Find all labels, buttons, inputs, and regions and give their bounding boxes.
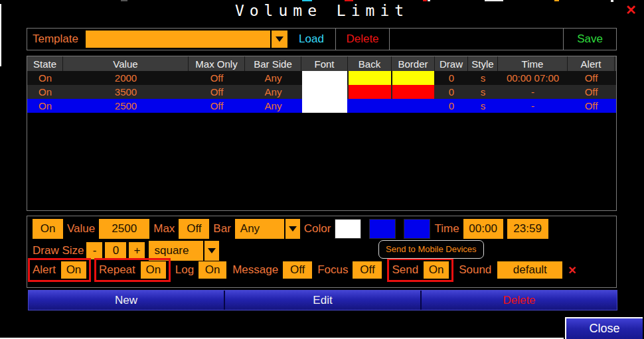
background-artifact [302,0,312,1]
template-bar: Template Load Delete Save [27,28,617,50]
cell-style: s [468,99,498,113]
editor-row-alerts: Alert On Repeat On Log On Message Off Fo… [27,257,577,283]
background-artifact [423,0,427,1]
load-button[interactable]: Load [287,29,335,50]
table-header-row: State Value Max Only Bar Side Font Back … [27,56,616,71]
repeat-toggle[interactable]: On [141,261,166,279]
value-label: Value [67,222,95,236]
highlight-box-send: Send On [387,258,453,282]
cell-bar-side: Any [245,71,301,85]
close-icon[interactable]: ✕ [625,2,637,18]
save-button[interactable]: Save [563,29,616,50]
chevron-down-icon [289,226,297,232]
close-button[interactable]: Close [565,317,643,339]
focus-toggle[interactable]: Off [353,261,382,279]
cell-alert: Off [568,99,615,113]
dropdown-button[interactable] [284,219,300,239]
cell-border-color [392,71,435,85]
max-toggle[interactable]: Off [179,219,209,239]
background-artifact [485,0,503,1]
cell-time: 00:00 07:00 [498,71,568,85]
message-toggle[interactable]: Off [283,261,312,279]
chevron-down-icon [276,36,283,42]
cell-state: On [27,99,63,113]
col-header: Alert [568,56,615,71]
log-toggle[interactable]: On [199,261,226,279]
cell-font-color [301,85,348,99]
background-artifact [428,0,430,1]
cell-back-color [348,71,392,85]
editor-row-main: On Value 2500 Max Off Bar Any Color Time… [33,219,548,239]
alert-label: Alert [33,263,56,277]
cell-max-only: Off [189,85,245,99]
col-header: Style [468,56,498,71]
time-end-field[interactable]: 23:59 [507,219,548,239]
editor-panel: On Value 2500 Max Off Bar Any Color Time… [27,216,617,288]
send-toggle[interactable]: On [424,261,449,279]
template-name-field[interactable] [389,29,563,50]
col-header: Bar Side [245,56,301,71]
cell-bar-side: Any [245,85,301,99]
table-row[interactable]: On 2000 Off Any 0 s 00:00 07:00 Off [27,71,616,85]
action-bar: New Edit Delete [28,290,617,310]
cell-bar-side: Any [245,99,301,113]
cell-font-color [301,99,348,113]
cell-max-only: Off [189,99,245,113]
col-header: Back [348,56,392,71]
state-toggle[interactable]: On [33,219,63,239]
cell-value: 3500 [63,85,189,99]
cell-state: On [27,85,63,99]
template-dropdown[interactable] [86,31,287,48]
repeat-label: Repeat [99,263,135,277]
border-color-swatch[interactable] [404,219,430,239]
limits-table: State Value Max Only Bar Side Font Back … [27,56,617,211]
alert-toggle[interactable]: On [61,261,86,279]
cell-value: 2000 [63,71,189,85]
col-header: Draw [435,56,468,71]
col-header: Font [301,56,348,71]
focus-label: Focus [317,263,348,277]
bar-label: Bar [213,222,230,236]
cell-border-color [392,85,435,99]
new-button[interactable]: New [29,291,224,310]
time-start-field[interactable]: 00:00 [463,219,503,239]
highlight-box-alert: Alert On [28,258,91,282]
cell-back-color [348,85,392,99]
cell-back-color [348,99,392,113]
dropdown-button[interactable] [270,31,287,48]
sound-label: Sound [459,263,491,277]
cell-alert: Off [568,85,615,99]
col-header: Value [63,56,189,71]
delete-button[interactable]: Delete [420,291,617,310]
delete-template-button[interactable]: Delete [335,29,389,50]
cell-draw: 0 [435,71,468,85]
sound-select-button[interactable]: default [497,261,562,279]
value-field[interactable]: 2500 [99,219,149,239]
send-label: Send [392,263,418,277]
bar-side-dropdown[interactable]: Any [235,219,300,239]
template-label: Template [27,33,86,46]
cell-time: - [498,99,568,113]
cell-value: 2500 [63,99,189,113]
cell-style: s [468,85,498,99]
col-header: Max Only [189,56,245,71]
table-row-selected[interactable]: On 2500 Off Any 0 s - Off [27,99,616,113]
table-row[interactable]: On 3500 Off Any 0 s - Off [27,85,616,99]
cell-style: s [468,71,498,85]
chevron-down-icon [208,248,216,253]
time-label: Time [434,222,459,236]
bar-side-value: Any [240,222,260,236]
cell-time: - [498,85,568,99]
cell-border-color [392,99,435,113]
back-color-swatch[interactable] [369,219,396,239]
tooltip-send-to-mobile: Send to Mobile Devices [378,240,484,259]
draw-style-value: square [154,244,189,257]
clear-sound-icon[interactable]: ✕ [568,264,576,277]
cell-font-color [301,71,348,85]
font-color-swatch[interactable] [335,219,361,239]
background-artifact [121,0,127,1]
edit-button[interactable]: Edit [224,291,420,310]
background-artifact [554,0,559,1]
cell-state: On [27,71,63,85]
cell-alert: Off [568,71,615,85]
